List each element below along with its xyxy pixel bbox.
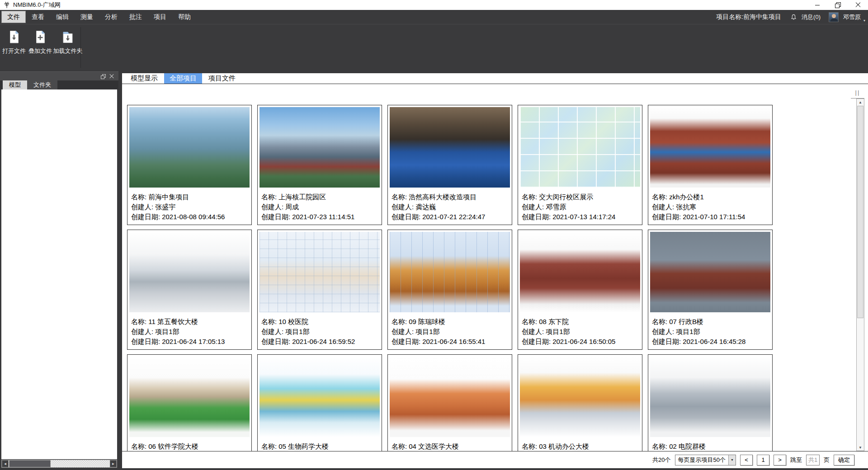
tab-model-display[interactable]: 模型显示 — [125, 73, 163, 84]
scroll-right-icon[interactable]: ► — [110, 460, 117, 467]
page-unit-label: 页 — [824, 456, 830, 464]
project-thumbnail — [520, 232, 640, 312]
date-label: 创建日期: — [522, 213, 551, 221]
pagination-bar: 共20个 每页显示项目50个 ▼ < 1 > 跳至 页 确定 — [122, 451, 868, 468]
user-menu-caret-icon[interactable]: ▾ — [863, 19, 865, 23]
project-card[interactable]: 名称:03 机动办公大楼 创建人: 创建日期: — [518, 354, 642, 451]
project-card[interactable]: 名称:浩然高科大楼改造项目 创建人:龚达巍 创建日期:2021-07-21 22… — [387, 105, 512, 225]
project-meta: 名称:02 电院群楼 创建人: 创建日期: — [652, 442, 770, 451]
project-thumbnail — [390, 232, 510, 312]
project-name-line: 名称:06 软件学院大楼 — [131, 442, 250, 451]
tab-all-projects[interactable]: 全部项目 — [164, 73, 202, 84]
restore-button[interactable] — [827, 0, 848, 10]
project-meta: 名称:09 陈瑞球楼 创建人:项目1部 创建日期:2021-06-24 16:5… — [392, 317, 510, 347]
menu-project[interactable]: 项目 — [148, 11, 172, 23]
collapse-panel-handle[interactable]: || — [851, 87, 864, 99]
creator-label: 创建人: — [522, 328, 544, 335]
project-name-line: 名称:05 生物药学大楼 — [261, 442, 380, 451]
project-name-line: 名称:zkh办公楼1 — [652, 192, 770, 202]
next-page-button[interactable]: > — [774, 455, 786, 465]
confirm-button[interactable]: 确定 — [834, 455, 854, 465]
project-date-line: 创建日期:2021-06-24 16:55:41 — [392, 337, 510, 347]
open-file-label: 打开文件 — [2, 47, 26, 55]
prev-page-button[interactable]: < — [740, 455, 753, 465]
load-folder-button[interactable]: 加载文件夹 — [53, 28, 82, 61]
project-date-line: 创建日期:2021-06-24 16:45:28 — [652, 337, 770, 347]
menu-measure[interactable]: 测量 — [75, 11, 99, 23]
creator-label: 创建人: — [392, 328, 414, 335]
creator-label: 创建人: — [261, 203, 283, 211]
project-card[interactable]: 名称:10 校医院 创建人:项目1部 创建日期:2021-06-24 16:59… — [257, 230, 382, 350]
project-name-line: 名称:11 第五餐饮大楼 — [131, 317, 250, 327]
current-page-button[interactable]: 1 — [757, 455, 769, 465]
jump-to-label: 跳至 — [790, 456, 802, 464]
creator-label: 创建人: — [392, 203, 414, 211]
project-creator: 邓雪原 — [546, 203, 566, 211]
user-avatar[interactable] — [829, 12, 839, 22]
project-card[interactable]: 名称:09 陈瑞球楼 创建人:项目1部 创建日期:2021-06-24 16:5… — [387, 230, 512, 350]
project-name: 10 校医院 — [278, 318, 308, 325]
current-project-label: 项目名称:前海中集项目 — [716, 13, 781, 21]
creator-label: 创建人: — [652, 203, 674, 211]
name-label: 名称: — [522, 318, 537, 325]
menu-edit[interactable]: 编辑 — [50, 11, 75, 23]
messages-counter[interactable]: 消息(0) — [802, 13, 821, 21]
close-button[interactable] — [848, 0, 868, 10]
scroll-left-icon[interactable]: ◄ — [2, 460, 9, 467]
page-size-select[interactable]: 每页显示项目50个 ▼ — [675, 455, 736, 465]
menu-file[interactable]: 文件 — [1, 11, 26, 23]
scroll-down-icon[interactable]: ▼ — [857, 444, 864, 451]
project-meta: 名称:交大闵行校区展示 创建人:邓雪原 创建日期:2021-07-13 14:1… — [522, 192, 640, 222]
project-meta: 名称:前海中集项目 创建人:张盛宇 创建日期:2021-08-08 09:44:… — [131, 192, 250, 222]
project-creator: 周成 — [285, 203, 299, 211]
window-controls — [807, 0, 868, 10]
project-creator: 项目1部 — [415, 328, 439, 335]
project-name-line: 名称:04 文选医学大楼 — [392, 442, 510, 451]
project-card[interactable]: 名称:交大闵行校区展示 创建人:邓雪原 创建日期:2021-07-13 14:1… — [518, 105, 642, 225]
sidebar-tab-model[interactable]: 模型 — [3, 80, 27, 89]
creator-label: 创建人: — [261, 328, 283, 335]
project-card[interactable]: 名称:07 行政B楼 创建人:项目1部 创建日期:2021-06-24 16:4… — [648, 230, 773, 350]
close-panel-icon[interactable] — [109, 74, 114, 79]
scrollbar-thumb[interactable] — [9, 460, 51, 467]
float-panel-icon[interactable] — [101, 74, 105, 79]
project-card[interactable]: 名称:05 生物药学大楼 创建人: 创建日期: — [257, 354, 382, 451]
tab-project-files[interactable]: 项目文件 — [203, 73, 241, 84]
overlay-file-button[interactable]: 叠加文件 — [27, 28, 53, 61]
main-tabstrip: 模型显示 全部项目 项目文件 — [122, 73, 868, 84]
project-creator-line: 创建人:项目1部 — [392, 327, 510, 337]
menu-view[interactable]: 查看 — [26, 11, 50, 23]
sidebar-tab-folder[interactable]: 文件夹 — [27, 80, 57, 89]
menu-help[interactable]: 帮助 — [172, 11, 197, 23]
date-label: 创建日期: — [652, 338, 681, 345]
vertical-scrollbar-thumb[interactable] — [857, 106, 863, 318]
jump-page-input[interactable] — [806, 455, 820, 465]
project-card[interactable]: 名称:08 东下院 创建人:项目1部 创建日期:2021-06-24 16:50… — [518, 230, 642, 350]
toolbar: 打开文件 叠加文件 加载文件夹 — [0, 24, 868, 70]
project-card[interactable]: 名称:11 第五餐饮大楼 创建人:项目1部 创建日期:2021-06-24 17… — [127, 230, 252, 350]
notification-bell-icon[interactable] — [790, 14, 797, 21]
date-label: 创建日期: — [131, 338, 160, 345]
menubar-right: 项目名称:前海中集项目 消息(0) 邓雪原 ▾ — [716, 10, 865, 24]
project-card[interactable]: 名称:zkh办公楼1 创建人:张抗寒 创建日期:2021-07-10 17:11… — [648, 105, 773, 225]
project-name: 07 行政B楼 — [669, 318, 703, 325]
restore-icon — [835, 3, 840, 7]
scroll-up-icon[interactable]: ▲ — [857, 99, 864, 105]
project-card[interactable]: 名称:02 电院群楼 创建人: 创建日期: — [648, 354, 773, 451]
project-date-line: 创建日期:2021-08-08 09:44:56 — [131, 212, 250, 222]
menu-analyze[interactable]: 分析 — [99, 11, 123, 23]
project-thumbnail — [390, 107, 510, 188]
sidebar-horizontal-scrollbar[interactable]: ◄ ► — [1, 460, 117, 468]
open-file-button[interactable]: 打开文件 — [1, 28, 27, 61]
project-card[interactable]: 名称:04 文选医学大楼 创建人: 创建日期: — [387, 354, 512, 451]
project-card[interactable]: 名称:06 软件学院大楼 创建人: 创建日期: — [127, 354, 252, 451]
menu-annotate[interactable]: 批注 — [123, 11, 148, 23]
vertical-scrollbar[interactable]: ▲ ▼ — [856, 99, 864, 451]
minimize-button[interactable] — [807, 0, 827, 10]
project-created-date: 2021-07-21 22:24:47 — [422, 213, 485, 221]
project-card[interactable]: 名称:上海核工院园区 创建人:周成 创建日期:2021-07-23 11:14:… — [257, 105, 382, 225]
project-thumbnail — [650, 107, 770, 188]
user-name[interactable]: 邓雪原 — [843, 13, 861, 21]
project-creator: 张盛宇 — [155, 203, 175, 211]
project-card[interactable]: 名称:前海中集项目 创建人:张盛宇 创建日期:2021-08-08 09:44:… — [127, 105, 252, 225]
